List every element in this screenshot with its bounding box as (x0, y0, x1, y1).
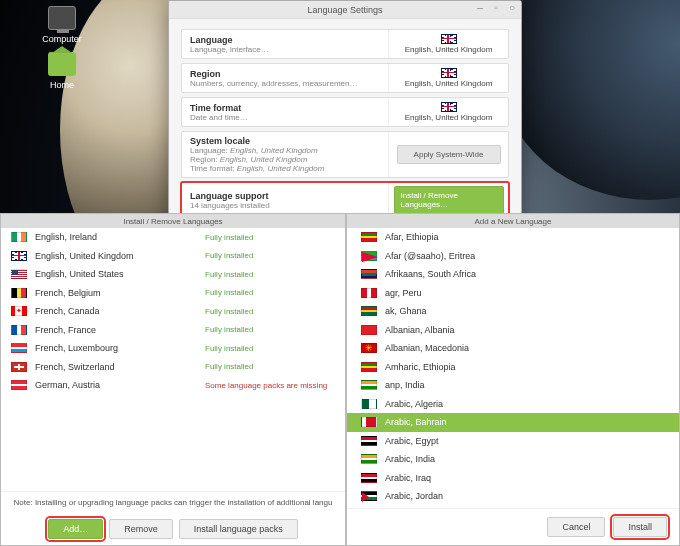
language-name: Arabic, Bahrain (385, 417, 665, 427)
row-region-value-button[interactable]: English, United Kingdom (388, 64, 508, 92)
language-status: Fully installed (205, 251, 335, 260)
language-status: Fully installed (205, 233, 335, 242)
row-locale-sub2: Region: English, United Kingdom (190, 155, 380, 164)
available-language-row[interactable]: Arabic, Jordan (347, 487, 679, 506)
remove-language-button[interactable]: Remove (109, 519, 173, 539)
jo-flag-icon (361, 491, 377, 501)
language-name: Arabic, Iraq (385, 473, 665, 483)
language-name: German, Austria (35, 380, 197, 390)
row-time-value-button[interactable]: English, United Kingdom (388, 98, 508, 126)
installed-language-row[interactable]: English, IrelandFully installed (1, 228, 345, 247)
installed-language-row[interactable]: English, United StatesFully installed (1, 265, 345, 284)
available-language-row[interactable]: anp, India (347, 376, 679, 395)
language-name: English, United Kingdom (35, 251, 197, 261)
language-name: Arabic, Egypt (385, 436, 665, 446)
available-language-row[interactable]: Amharic, Ethiopia (347, 358, 679, 377)
language-name: Afar, Ethiopia (385, 232, 665, 242)
language-name: Amharic, Ethiopia (385, 362, 665, 372)
available-language-row[interactable]: Afar, Ethiopia (347, 228, 679, 247)
language-name: French, Canada (35, 306, 197, 316)
language-name: French, Luxembourg (35, 343, 197, 353)
er-flag-icon (361, 251, 377, 261)
minimize-icon[interactable]: – (475, 3, 485, 13)
row-locale-sub1: Language: English, United Kingdom (190, 146, 380, 155)
fr-flag-icon (11, 325, 27, 335)
mk-flag-icon (361, 343, 377, 353)
available-language-row[interactable]: Arabic, India (347, 450, 679, 469)
in-flag-icon (361, 380, 377, 390)
row-support-sub: 14 languages installed (190, 201, 380, 210)
install-language-packs-button[interactable]: Install language packs (179, 519, 298, 539)
language-status: Fully installed (205, 362, 335, 371)
bh-flag-icon (361, 417, 377, 427)
uk-flag-icon (441, 68, 457, 78)
installed-language-row[interactable]: French, BelgiumFully installed (1, 284, 345, 303)
eg-flag-icon (361, 436, 377, 446)
available-language-row[interactable]: Afar (@saaho), Eritrea (347, 247, 679, 266)
apply-system-wide-button[interactable]: Apply System-Wide (397, 145, 501, 164)
language-name: Afar (@saaho), Eritrea (385, 251, 665, 261)
row-time-title: Time format (190, 103, 380, 113)
available-language-row[interactable]: Afrikaans, South Africa (347, 265, 679, 284)
row-language-value-button[interactable]: English, United Kingdom (388, 30, 508, 58)
row-support-title: Language support (190, 191, 380, 201)
maximize-icon[interactable]: ▫ (491, 3, 501, 13)
install-panel-footer: Add… Remove Install language packs (1, 513, 345, 545)
desktop-computer-label: Computer (42, 34, 82, 44)
desktop-home-label: Home (50, 80, 74, 90)
close-icon[interactable]: ○ (507, 3, 517, 13)
wallpaper-planet-2 (500, 0, 680, 200)
language-name: anp, India (385, 380, 665, 390)
et-flag-icon (361, 232, 377, 242)
installed-languages-list[interactable]: English, IrelandFully installedEnglish, … (1, 228, 345, 491)
desktop-home[interactable]: Home (32, 52, 92, 90)
install-button[interactable]: Install (613, 517, 667, 537)
language-name: Arabic, Jordan (385, 491, 665, 501)
ch-flag-icon (11, 362, 27, 372)
available-language-row[interactable]: Arabic, Bahrain (347, 413, 679, 432)
row-time-sub: Date and time… (190, 113, 380, 122)
language-name: French, Belgium (35, 288, 197, 298)
installed-language-row[interactable]: German, AustriaSome language packs are m… (1, 376, 345, 395)
installed-language-row[interactable]: French, SwitzerlandFully installed (1, 358, 345, 377)
language-name: Afrikaans, South Africa (385, 269, 665, 279)
available-language-row[interactable]: Arabic, Algeria (347, 395, 679, 414)
et-flag-icon (361, 362, 377, 372)
row-language-value: English, United Kingdom (405, 45, 493, 54)
ca-flag-icon (11, 306, 27, 316)
cancel-button[interactable]: Cancel (547, 517, 605, 537)
available-language-row[interactable]: Albanian, Macedonia (347, 339, 679, 358)
available-language-row[interactable]: Arabic, Egypt (347, 432, 679, 451)
al-flag-icon (361, 325, 377, 335)
installed-language-row[interactable]: French, LuxembourgFully installed (1, 339, 345, 358)
settings-body: Language Language, interface… English, U… (169, 19, 521, 228)
installed-language-row[interactable]: English, United KingdomFully installed (1, 247, 345, 266)
available-language-row[interactable]: agr, Peru (347, 284, 679, 303)
available-language-row[interactable]: Arabic, Iraq (347, 469, 679, 488)
install-remove-languages-button[interactable]: Install / Remove Languages… (394, 186, 504, 214)
add-language-button[interactable]: Add… (48, 519, 103, 539)
desktop-computer[interactable]: Computer (32, 6, 92, 44)
row-region: Region Numbers, currency, addresses, mea… (181, 63, 509, 93)
window-title: Language Settings (307, 5, 382, 15)
available-language-row[interactable]: Albanian, Albania (347, 321, 679, 340)
be-flag-icon (11, 288, 27, 298)
row-language: Language Language, interface… English, U… (181, 29, 509, 59)
language-name: Arabic, India (385, 454, 665, 464)
language-status: Fully installed (205, 325, 335, 334)
uk-flag-icon (441, 102, 457, 112)
row-region-value: English, United Kingdom (405, 79, 493, 88)
language-name: French, France (35, 325, 197, 335)
available-languages-list[interactable]: Afar, EthiopiaAfar (@saaho), EritreaAfri… (347, 228, 679, 508)
installed-language-row[interactable]: French, FranceFully installed (1, 321, 345, 340)
install-panel-title: Install / Remove Languages (1, 214, 345, 228)
installed-language-row[interactable]: French, CanadaFully installed (1, 302, 345, 321)
uk-flag-icon (441, 34, 457, 44)
language-name: agr, Peru (385, 288, 665, 298)
available-language-row[interactable]: ak, Ghana (347, 302, 679, 321)
row-locale-title: System locale (190, 136, 380, 146)
language-name: Albanian, Macedonia (385, 343, 665, 353)
window-titlebar[interactable]: Language Settings – ▫ ○ (169, 1, 521, 19)
add-panel-title: Add a New Language (347, 214, 679, 228)
in-flag-icon (361, 454, 377, 464)
